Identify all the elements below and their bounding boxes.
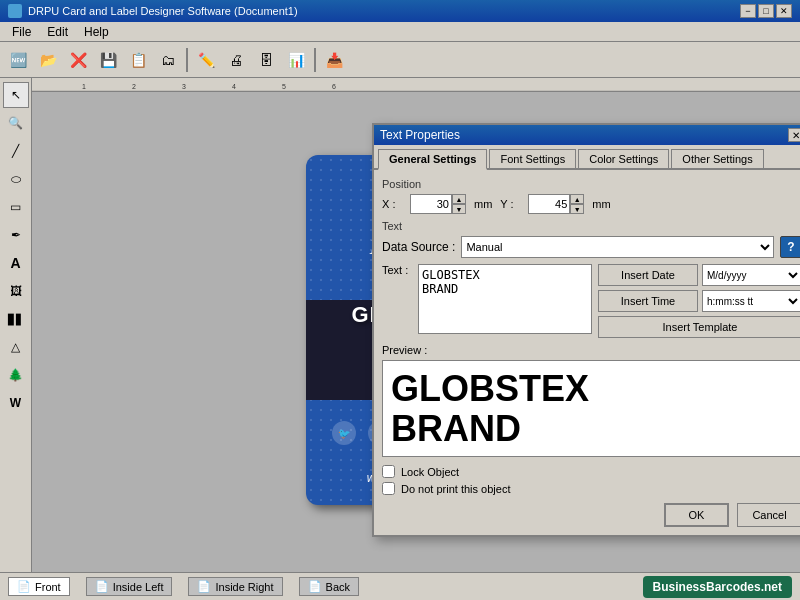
lock-object-row: Lock Object <box>382 465 800 478</box>
tab-back[interactable]: 📄 Back <box>299 577 359 596</box>
no-print-checkbox[interactable] <box>382 482 395 495</box>
text-button-column: Insert Date M/d/yyyy Insert Time h:mm:ss… <box>598 264 800 338</box>
tab-back-icon: 📄 <box>308 580 322 593</box>
main-area: ↖ 🔍 ╱ ⬭ ▭ ✒ A 🖼 ▊▋ △ 🌲 W 1 2 3 4 5 6 <box>0 78 800 572</box>
cancel-button[interactable]: Cancel <box>737 503 800 527</box>
tab-inside-left-icon: 📄 <box>95 580 109 593</box>
left-tool-pen[interactable]: ✒ <box>3 222 29 248</box>
toolbar-separator-1 <box>186 48 188 72</box>
left-toolbar: ↖ 🔍 ╱ ⬭ ▭ ✒ A 🖼 ▊▋ △ 🌲 W <box>0 78 32 572</box>
y-decrement[interactable]: ▼ <box>570 204 584 214</box>
data-source-label: Data Source : <box>382 240 455 254</box>
x-label: X : <box>382 198 402 210</box>
left-tool-tree[interactable]: 🌲 <box>3 362 29 388</box>
time-format-select[interactable]: h:mm:ss tt <box>702 290 800 312</box>
menu-edit[interactable]: Edit <box>39 23 76 41</box>
tab-inside-right-icon: 📄 <box>197 580 211 593</box>
preview-section: GLOBSTEXBRAND <box>382 360 800 457</box>
tool-db2[interactable]: 📊 <box>282 46 310 74</box>
canvas-area: 1 2 3 4 5 6 Best Offers GLOBSTEX BRAND 🐦… <box>32 78 800 572</box>
insert-time-button[interactable]: Insert Time <box>598 290 698 312</box>
data-source-row: Data Source : Manual ? <box>382 236 800 258</box>
insert-date-row: Insert Date M/d/yyyy <box>598 264 800 286</box>
text-section-label: Text <box>382 220 800 232</box>
tab-inside-right[interactable]: 📄 Inside Right <box>188 577 282 596</box>
data-source-select[interactable]: Manual <box>461 236 774 258</box>
tab-font[interactable]: Font Settings <box>489 149 576 168</box>
tab-back-label: Back <box>326 581 350 593</box>
dialog-close-button[interactable]: ✕ <box>788 128 800 142</box>
y-label: Y : <box>500 198 520 210</box>
dialog-content: Position X : ▲ ▼ mm Y : <box>374 170 800 535</box>
x-spin-buttons: ▲ ▼ <box>452 194 466 214</box>
dialog-title-bar: Text Properties ✕ <box>374 125 800 145</box>
left-tool-line[interactable]: ╱ <box>3 138 29 164</box>
tab-front[interactable]: 📄 Front <box>8 577 70 596</box>
position-row: X : ▲ ▼ mm Y : <box>382 194 800 214</box>
help-button[interactable]: ? <box>780 236 800 258</box>
insert-date-button[interactable]: Insert Date <box>598 264 698 286</box>
x-unit: mm <box>474 198 492 210</box>
y-increment[interactable]: ▲ <box>570 194 584 204</box>
date-format-select[interactable]: M/d/yyyy <box>702 264 800 286</box>
text-label: Text : <box>382 264 412 338</box>
menu-help[interactable]: Help <box>76 23 117 41</box>
preview-text: GLOBSTEXBRAND <box>391 369 793 448</box>
y-input[interactable] <box>528 194 570 214</box>
app-title: DRPU Card and Label Designer Software (D… <box>28 5 298 17</box>
tool-close[interactable]: ❌ <box>64 46 92 74</box>
maximize-button[interactable]: □ <box>758 4 774 18</box>
left-tool-text[interactable]: A <box>3 250 29 276</box>
menu-file[interactable]: File <box>4 23 39 41</box>
tool-save3[interactable]: 🗂 <box>154 46 182 74</box>
text-input[interactable]: GLOBSTEX BRAND <box>418 264 592 334</box>
tab-inside-left[interactable]: 📄 Inside Left <box>86 577 173 596</box>
tool-save2[interactable]: 📋 <box>124 46 152 74</box>
menu-bar: File Edit Help <box>0 22 800 42</box>
tool-open[interactable]: 📂 <box>34 46 62 74</box>
ok-button[interactable]: OK <box>664 503 729 527</box>
minimize-button[interactable]: − <box>740 4 756 18</box>
tool-edit[interactable]: ✏️ <box>192 46 220 74</box>
left-tool-image[interactable]: 🖼 <box>3 278 29 304</box>
tab-inside-left-label: Inside Left <box>113 581 164 593</box>
text-properties-dialog: Text Properties ✕ General Settings Font … <box>372 123 800 537</box>
left-tool-zoom[interactable]: 🔍 <box>3 110 29 136</box>
left-tool-rect[interactable]: ▭ <box>3 194 29 220</box>
title-bar-controls: − □ ✕ <box>740 4 792 18</box>
tool-import[interactable]: 📥 <box>320 46 348 74</box>
left-tool-pointer[interactable]: ↖ <box>3 82 29 108</box>
close-button[interactable]: ✕ <box>776 4 792 18</box>
dialog-tabs: General Settings Font Settings Color Set… <box>374 145 800 170</box>
tab-inside-right-label: Inside Right <box>215 581 273 593</box>
left-tool-w[interactable]: W <box>3 390 29 416</box>
no-print-label: Do not print this object <box>401 483 510 495</box>
tab-other[interactable]: Other Settings <box>671 149 763 168</box>
tool-print[interactable]: 🖨 <box>222 46 250 74</box>
dialog-overlay: Text Properties ✕ General Settings Font … <box>32 78 800 572</box>
no-print-row: Do not print this object <box>382 482 800 495</box>
x-decrement[interactable]: ▼ <box>452 204 466 214</box>
lock-object-checkbox[interactable] <box>382 465 395 478</box>
y-input-wrapper: ▲ ▼ <box>528 194 584 214</box>
insert-template-button[interactable]: Insert Template <box>598 316 800 338</box>
toolbar: 🆕 📂 ❌ 💾 📋 🗂 ✏️ 🖨 🗄 📊 📥 <box>0 42 800 78</box>
tool-db[interactable]: 🗄 <box>252 46 280 74</box>
left-tool-barcode[interactable]: ▊▋ <box>3 306 29 332</box>
x-increment[interactable]: ▲ <box>452 194 466 204</box>
ok-cancel-row: OK Cancel <box>382 499 800 527</box>
left-tool-ellipse[interactable]: ⬭ <box>3 166 29 192</box>
toolbar-separator-2 <box>314 48 316 72</box>
tool-new[interactable]: 🆕 <box>4 46 32 74</box>
left-tool-triangle[interactable]: △ <box>3 334 29 360</box>
preview-label: Preview : <box>382 344 800 356</box>
lock-object-label: Lock Object <box>401 466 459 478</box>
position-section-label: Position <box>382 178 800 190</box>
tab-front-label: Front <box>35 581 61 593</box>
tool-save[interactable]: 💾 <box>94 46 122 74</box>
tab-color[interactable]: Color Settings <box>578 149 669 168</box>
tab-general[interactable]: General Settings <box>378 149 487 170</box>
x-input[interactable] <box>410 194 452 214</box>
branding-label: BusinessBarcodes.net <box>643 576 792 598</box>
insert-time-row: Insert Time h:mm:ss tt <box>598 290 800 312</box>
